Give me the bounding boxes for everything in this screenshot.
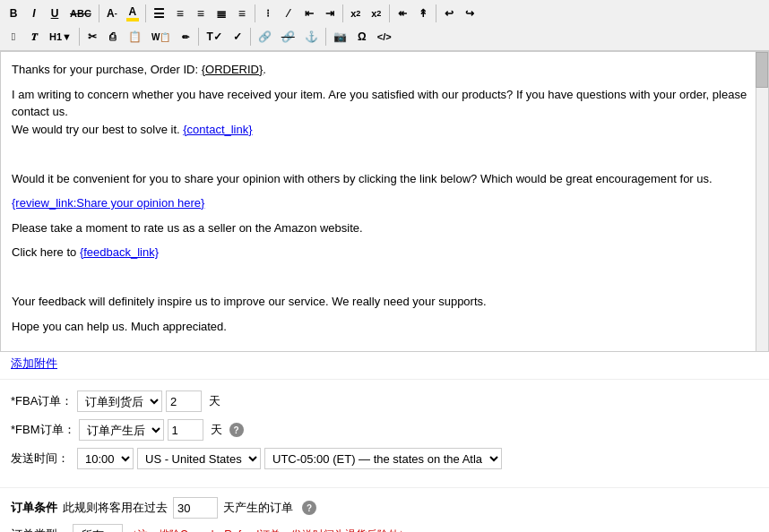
editor-line-5: {review_link:Share your opinion here} — [12, 194, 757, 212]
fbm-label: *FBM订单： — [11, 422, 75, 438]
special-char-button[interactable]: Ω — [352, 27, 372, 47]
paste-plain-button[interactable]: 📋 — [124, 27, 146, 47]
send-time-label: 发送时间： — [11, 450, 73, 467]
order-type-note: （注：排除Cancel、Refund订单，发送时间为退货后除外） — [126, 528, 410, 533]
order-type-select[interactable]: 所有 — [73, 524, 123, 532]
form-section: *FBA订单： 订单到货后 天 *FBM订单： 订单产生后 天 ? 发送时间： … — [0, 383, 769, 484]
editor-line-3 — [12, 145, 757, 163]
align-center-button[interactable]: ≡ — [170, 4, 190, 23]
font-color-button[interactable]: A — [123, 4, 143, 23]
fbm-trigger-select[interactable]: 订单产生后 — [79, 419, 164, 441]
strikethrough-button[interactable]: ABC — [65, 4, 96, 23]
editor-line-4: Would it be convenient for you to share … — [12, 170, 757, 188]
fba-order-row: *FBA订单： 订单到货后 天 — [11, 390, 758, 412]
redo-button[interactable]: ↪ — [460, 4, 480, 23]
undo-button[interactable]: ↩ — [439, 4, 459, 23]
list-unordered-button[interactable]: ⁝ — [258, 4, 278, 23]
order-type-row: 订单类型： 所有 （注：排除Cancel、Refund订单，发送时间为退货后除外… — [11, 524, 758, 532]
country-select[interactable]: US - United States — [137, 448, 261, 469]
editor-line-7: Click here to {feedback_link} — [12, 244, 757, 262]
spell-check-button[interactable]: ✓ — [228, 27, 247, 47]
section-divider-1 — [0, 379, 769, 380]
rtl-button[interactable]: ↞ — [393, 4, 412, 23]
unlink-button[interactable]: 🔗 — [277, 27, 299, 47]
editor-line-2: I am writing to concern whether you have… — [12, 86, 757, 139]
cut-button[interactable]: ✂ — [82, 27, 102, 47]
heading-button[interactable]: H1▼ — [45, 27, 76, 47]
sep3 — [255, 4, 255, 22]
italic-button[interactable]: I — [24, 4, 44, 23]
editor-area[interactable]: Thanks for your purchase, Order ID: {ORD… — [0, 51, 769, 352]
timezone-select[interactable]: UTC-05:00 (ET) — the states on the Atla — [264, 448, 502, 469]
align-full-button[interactable]: ≡ — [232, 4, 252, 23]
editor-line-9: Your feedback will definitely inspire us… — [12, 293, 757, 311]
section-divider-2 — [0, 487, 769, 488]
sep9 — [250, 28, 251, 46]
indent-in-button[interactable]: ⇥ — [320, 4, 340, 23]
fbm-order-row: *FBM订单： 订单产生后 天 ? — [11, 419, 758, 441]
fba-label: *FBA订单： — [11, 393, 73, 409]
align-justify-button[interactable]: ≣ — [212, 4, 231, 23]
align-left-button[interactable]: ☰ — [149, 4, 169, 23]
sep8 — [198, 28, 199, 46]
fba-days-input[interactable] — [166, 390, 202, 412]
fbm-days-input[interactable] — [168, 419, 203, 441]
list-ordered-button[interactable]: ⁄ — [279, 4, 298, 23]
font-size-dec-button[interactable]: A- — [102, 4, 122, 23]
indent-out-button[interactable]: ⇤ — [299, 4, 319, 23]
paste-word-button[interactable]: W📋 — [147, 27, 175, 47]
ltr-button[interactable]: ↟ — [413, 4, 433, 23]
toolbar-row-2: 𝒭 𝑻 H1▼ ✂ ⎙ 📋 W📋 ✏ T✓ ✓ 🔗 🔗 ⚓ 📷 Ω </> — [4, 25, 765, 48]
subscript-button[interactable]: x2 — [367, 4, 386, 23]
bold-button[interactable]: B — [4, 4, 23, 23]
send-time-row: 发送时间： 10:00 US - United States UTC-05:00… — [11, 448, 758, 469]
paste-special-button[interactable]: ✏ — [176, 27, 195, 47]
fba-unit: 天 — [209, 393, 220, 409]
image-button[interactable]: 📷 — [329, 27, 351, 47]
sep1 — [99, 4, 99, 22]
copy-button[interactable]: ⎙ — [103, 27, 123, 47]
order-type-label: 订单类型： — [11, 527, 69, 532]
source-button[interactable]: </> — [373, 27, 396, 47]
underline-button[interactable]: U — [45, 4, 65, 23]
scrollbar-thumb[interactable] — [756, 52, 768, 88]
editor-scrollbar[interactable] — [756, 52, 768, 351]
sep7 — [79, 28, 80, 46]
condition-title: 订单条件 — [11, 500, 57, 516]
attachment-link[interactable]: 添加附件 — [0, 352, 769, 375]
fba-trigger-select[interactable]: 订单到货后 — [77, 390, 162, 412]
superscript-button[interactable]: x2 — [346, 4, 366, 23]
sep10 — [325, 28, 326, 46]
fbm-help-icon[interactable]: ? — [229, 423, 244, 437]
sep4 — [342, 4, 343, 22]
send-time-input[interactable]: 10:00 — [77, 448, 134, 469]
sep6 — [436, 4, 436, 22]
toolbar-row-1: B I U ABC A- A ☰ ≡ ≡ ≣ ≡ ⁝ ⁄ ⇤ ⇥ x2 x2 ↞… — [4, 2, 765, 25]
condition-title-row: 订单条件 此规则将客用在过去 天产生的订单 ? — [11, 497, 758, 519]
link-button[interactable]: 🔗 — [254, 27, 276, 47]
font-family-button[interactable]: 𝒭 — [4, 27, 23, 47]
font-size-button[interactable]: 𝑻 — [24, 27, 44, 47]
sep2 — [145, 4, 146, 22]
editor-content[interactable]: Thanks for your purchase, Order ID: {ORD… — [1, 52, 768, 351]
anchor-button[interactable]: ⚓ — [300, 27, 323, 47]
editor-line-8 — [12, 269, 757, 287]
order-conditions-section: 订单条件 此规则将客用在过去 天产生的订单 ? 订单类型： 所有 （注：排除Ca… — [0, 492, 769, 532]
toolbar: B I U ABC A- A ☰ ≡ ≡ ≣ ≡ ⁝ ⁄ ⇤ ⇥ x2 x2 ↞… — [0, 0, 769, 51]
fbm-unit: 天 — [211, 422, 222, 438]
editor-line-10: Hope you can help us. Much appreciated. — [12, 318, 757, 336]
sep5 — [389, 4, 390, 22]
condition-help-icon[interactable]: ? — [302, 501, 316, 515]
remove-format-button[interactable]: T✓ — [202, 27, 226, 47]
align-right-button[interactable]: ≡ — [191, 4, 211, 23]
condition-intro2: 天产生的订单 — [223, 500, 293, 516]
editor-line-6: Please take a moment to rate us as a sel… — [12, 219, 757, 237]
condition-days-input[interactable] — [173, 497, 218, 519]
condition-intro: 此规则将客用在过去 — [63, 500, 168, 516]
editor-line-1: Thanks for your purchase, Order ID: {ORD… — [12, 61, 757, 79]
